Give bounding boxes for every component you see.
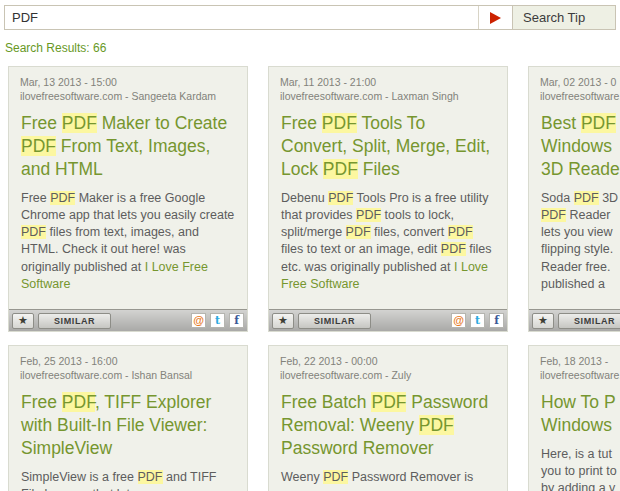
card-footer: ★ SIMILAR @ t f: [269, 309, 507, 331]
keyword-highlight: PDF: [441, 242, 466, 256]
search-button[interactable]: [479, 6, 513, 29]
card-title[interactable]: Free Batch PDF Password Removal: Weeny P…: [281, 391, 495, 459]
twitter-icon[interactable]: t: [470, 313, 485, 328]
star-icon: ★: [18, 315, 28, 326]
card-meta: Mar, 13 2013 - 15:00 ilovefreesoftware.c…: [9, 67, 247, 103]
keyword-highlight: PDF: [346, 225, 371, 239]
result-card: Feb, 25 2013 - 16:00 ilovefreesoftware.c…: [8, 345, 248, 491]
card-title[interactable]: Best PDFWindows3D Reade: [541, 112, 620, 180]
card-source: ilovefreesoftware.com - Zuly: [280, 368, 496, 382]
keyword-highlight: PDF: [448, 225, 473, 239]
result-card: Mar, 13 2013 - 15:00 ilovefreesoftware.c…: [8, 66, 248, 332]
result-card: Mar, 02 2013 - 0 ilovefreesoftware.com B…: [528, 66, 620, 332]
keyword-highlight: PDF: [419, 415, 454, 435]
card-date: Feb, 25 2013 - 16:00: [20, 354, 236, 368]
facebook-icon[interactable]: f: [229, 313, 244, 328]
card-date: Feb, 18 2013 -: [540, 354, 620, 368]
keyword-highlight: PDF: [62, 113, 97, 133]
keyword-highlight: PDF: [356, 208, 381, 222]
card-source: ilovefreesoftware.com - Laxman Singh: [280, 89, 496, 103]
card-meta: Feb, 18 2013 - ilovefreesoftware.com: [529, 346, 620, 382]
at-icon[interactable]: @: [191, 313, 206, 328]
card-footer: ★ SIMILAR @ t f: [9, 309, 247, 331]
result-card: Mar, 11 2013 - 21:00 ilovefreesoftware.c…: [268, 66, 508, 332]
card-date: Mar, 02 2013 - 0: [540, 75, 620, 89]
card-title[interactable]: Free PDF Tools To Convert, Split, Merge,…: [281, 112, 495, 180]
keyword-highlight: PDF: [371, 392, 406, 412]
card-source: ilovefreesoftware.com - Ishan Bansal: [20, 368, 236, 382]
keyword-highlight: PDF: [323, 470, 348, 484]
card-title[interactable]: How To PWindows: [541, 391, 620, 437]
result-card: Feb, 18 2013 - ilovefreesoftware.com How…: [528, 345, 620, 491]
card-body: Free PDF Maker is a free Google Chrome a…: [21, 190, 235, 294]
card-title[interactable]: Free PDF Maker to Create PDF From Text, …: [21, 112, 235, 180]
search-tip-link[interactable]: Search Tip: [513, 6, 615, 29]
card-footer: ★ SIMILAR @ t f: [529, 309, 620, 331]
keyword-highlight: PDF: [62, 392, 95, 412]
card-meta: Mar, 02 2013 - 0 ilovefreesoftware.com: [529, 67, 620, 103]
similar-button[interactable]: SIMILAR: [558, 313, 620, 329]
card-body: Weeny PDF Password Remover is: [281, 469, 495, 486]
keyword-highlight: PDF: [21, 136, 56, 156]
at-icon[interactable]: @: [451, 313, 466, 328]
twitter-icon[interactable]: t: [210, 313, 225, 328]
card-date: Feb, 22 2013 - 00:00: [280, 354, 496, 368]
favorite-button[interactable]: ★: [272, 313, 294, 329]
keyword-highlight: PDF: [138, 470, 163, 484]
star-icon: ★: [278, 315, 288, 326]
card-meta: Mar, 11 2013 - 21:00 ilovefreesoftware.c…: [269, 67, 507, 103]
keyword-highlight: PDF: [21, 225, 46, 239]
card-body: Soda PDF 3DPDF Readerlets you viewflippi…: [541, 190, 620, 294]
keyword-highlight: PDF: [328, 191, 353, 205]
keyword-highlight: PDF: [322, 113, 357, 133]
card-body: Here, is a tutyou to print toby adding a…: [541, 446, 620, 491]
facebook-icon[interactable]: f: [489, 313, 504, 328]
card-body: SimpleView is a free PDF and TIFF File b…: [21, 469, 235, 491]
result-card: Feb, 22 2013 - 00:00 ilovefreesoftware.c…: [268, 345, 508, 491]
keyword-highlight: PDF: [581, 113, 616, 133]
card-title[interactable]: Free PDF, TIFF Explorer with Built-In Fi…: [21, 391, 235, 459]
search-submit-arrow-icon: [490, 12, 501, 24]
card-source: ilovefreesoftware.com: [540, 89, 620, 103]
search-bar: Search Tip: [4, 5, 616, 30]
card-date: Mar, 13 2013 - 15:00: [20, 75, 236, 89]
similar-button[interactable]: SIMILAR: [298, 313, 371, 329]
card-meta: Feb, 25 2013 - 16:00 ilovefreesoftware.c…: [9, 346, 247, 382]
card-source: ilovefreesoftware.com - Sangeeta Kardam: [20, 89, 236, 103]
favorite-button[interactable]: ★: [532, 313, 554, 329]
card-body: Debenu PDF Tools Pro is a free utility t…: [281, 190, 495, 294]
keyword-highlight: PDF: [50, 191, 75, 205]
card-date: Mar, 11 2013 - 21:00: [280, 75, 496, 89]
keyword-highlight: PDF: [541, 208, 566, 222]
keyword-highlight: PDF: [323, 159, 358, 179]
search-results-page: Search Tip Search Results: 66 Mar, 13 20…: [0, 0, 620, 491]
star-icon: ★: [538, 315, 548, 326]
results-count: Search Results: 66: [5, 41, 106, 55]
favorite-button[interactable]: ★: [12, 313, 34, 329]
card-source: ilovefreesoftware.com: [540, 368, 620, 382]
keyword-highlight: PDF: [574, 191, 599, 205]
similar-button[interactable]: SIMILAR: [38, 313, 111, 329]
card-meta: Feb, 22 2013 - 00:00 ilovefreesoftware.c…: [269, 346, 507, 382]
search-input[interactable]: [5, 6, 479, 29]
